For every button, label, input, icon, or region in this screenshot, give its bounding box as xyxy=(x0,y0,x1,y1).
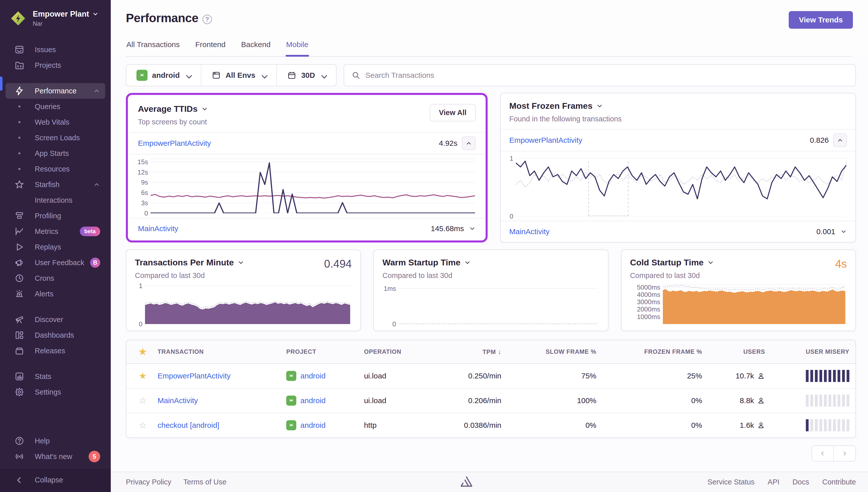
tab-mobile[interactable]: Mobile xyxy=(286,40,309,57)
collapse-row-button[interactable] xyxy=(833,133,847,147)
column-header-users[interactable]: USERS xyxy=(708,340,771,364)
warm-startup-title-dropdown[interactable]: Warm Startup Time xyxy=(382,257,471,267)
column-header-star: ★ xyxy=(126,340,152,364)
average-ttids-chart: 15s12s9s6s3s0 xyxy=(134,158,477,213)
column-header-transaction[interactable]: TRANSACTION xyxy=(152,340,280,364)
sidebar-item-what-s-new[interactable]: What's new5 xyxy=(5,449,105,464)
sidebar-item-resources[interactable]: •Resources xyxy=(5,161,105,177)
sidebar-item-queries[interactable]: •Queries xyxy=(5,99,105,114)
transaction-link[interactable]: MainActivity xyxy=(509,227,550,236)
sidebar-item-projects[interactable]: Projects xyxy=(5,57,105,73)
android-icon xyxy=(286,396,296,405)
view-all-button[interactable]: View All xyxy=(430,104,476,121)
sidebar-item-replays[interactable]: Replays xyxy=(5,239,105,255)
tpm-title-dropdown[interactable]: Transactions Per Minute xyxy=(135,257,245,267)
environment-filter[interactable]: All Envs xyxy=(201,65,277,86)
cold-startup-title-dropdown[interactable]: Cold Startup Time xyxy=(630,257,714,267)
footer-link-contribute[interactable]: Contribute xyxy=(822,478,856,486)
sidebar-item-profiling[interactable]: Profiling xyxy=(5,208,105,224)
tab-frontend[interactable]: Frontend xyxy=(195,40,226,56)
pagination-next-button[interactable] xyxy=(834,446,856,461)
y-axis-tick: 0 xyxy=(392,320,396,328)
sidebar-item-interactions[interactable]: Interactions xyxy=(5,192,105,208)
star-toggle[interactable]: ☆ xyxy=(139,395,147,405)
column-header-frozen[interactable]: FROZEN FRAME % xyxy=(603,340,708,364)
transaction-link[interactable]: EmpowerPlantActivity xyxy=(138,139,211,148)
sidebar-item-label: Web Vitals xyxy=(35,118,100,126)
cold-startup-chart: 5000ms4000ms3000ms2000ms1000ms xyxy=(630,284,847,324)
column-header-project[interactable]: PROJECT xyxy=(280,340,358,364)
tab-backend[interactable]: Backend xyxy=(241,40,271,56)
sidebar-item-screen-loads[interactable]: •Screen Loads xyxy=(5,130,105,146)
bullet-icon: • xyxy=(14,132,25,143)
users-cell: 1.6k xyxy=(708,413,771,437)
sidebar-item-crons[interactable]: Crons xyxy=(5,270,105,286)
sidebar-item-metrics[interactable]: Metricsbeta xyxy=(5,224,105,239)
sidebar-item-dashboards[interactable]: Dashboards xyxy=(5,327,105,343)
transaction-link[interactable]: MainActivity xyxy=(138,224,178,233)
y-axis-tick: 0 xyxy=(139,320,143,328)
widget-title: Transactions Per Minute xyxy=(135,257,234,267)
transaction-link[interactable]: checkout [android] xyxy=(158,421,219,429)
collapse-row-button[interactable] xyxy=(462,137,476,150)
date-range-filter[interactable]: 30D xyxy=(277,65,336,86)
sidebar-item-issues[interactable]: Issues xyxy=(5,42,105,57)
sidebar-item-settings[interactable]: Settings xyxy=(5,384,105,400)
sidebar-item-label: Alerts xyxy=(35,290,100,298)
help-icon[interactable]: ? xyxy=(202,15,212,24)
most-frozen-frames-title-dropdown[interactable]: Most Frozen Frames xyxy=(509,101,847,111)
average-ttids-title-dropdown[interactable]: Average TTIDs xyxy=(138,104,430,114)
transaction-link[interactable]: EmpowerPlantActivity xyxy=(158,372,231,380)
bullet-icon: • xyxy=(14,148,25,158)
sidebar-item-stats[interactable]: Stats xyxy=(5,369,105,384)
filter-bar: android All Envs 30D xyxy=(126,64,856,87)
calendar-icon xyxy=(287,71,297,80)
project-link[interactable]: android xyxy=(300,421,326,429)
y-axis-tick: 1ms xyxy=(384,285,396,292)
operation-cell: http xyxy=(358,413,433,437)
page-title: Performance xyxy=(126,11,198,25)
user-icon xyxy=(757,372,765,380)
sidebar-item-releases[interactable]: Releases xyxy=(5,343,105,359)
footer-link-terms-of-use[interactable]: Terms of Use xyxy=(183,478,227,486)
android-icon xyxy=(136,70,148,81)
transaction-link[interactable]: EmpowerPlantActivity xyxy=(509,136,582,145)
footer-link-docs[interactable]: Docs xyxy=(792,478,809,486)
users-cell: 10.7k xyxy=(708,364,771,388)
star-toggle[interactable]: ☆ xyxy=(139,420,147,430)
tab-all-transactions[interactable]: All Transactions xyxy=(126,40,180,56)
sidebar-item-alerts[interactable]: Alerts xyxy=(5,286,105,302)
frozen-cell: 0% xyxy=(603,388,708,413)
column-header-operation[interactable]: OPERATION xyxy=(358,340,433,364)
badge-metrics: beta xyxy=(80,227,100,236)
project-link[interactable]: android xyxy=(300,372,326,380)
sidebar-item-collapse[interactable]: Collapse xyxy=(5,472,105,488)
project-link[interactable]: android xyxy=(300,396,326,405)
sidebar-item-user-feedback[interactable]: User FeedbackB xyxy=(5,255,105,270)
sidebar-item-label: Stats xyxy=(35,372,100,381)
sidebar-item-app-starts[interactable]: •App Starts xyxy=(5,146,105,161)
sidebar-item-web-vitals[interactable]: •Web Vitals xyxy=(5,114,105,130)
content: android All Envs 30D xyxy=(111,57,868,472)
pagination-prev-button[interactable] xyxy=(812,446,834,461)
project-filter[interactable]: android xyxy=(126,65,201,86)
star-toggle[interactable]: ★ xyxy=(139,371,147,381)
sidebar-item-starfish[interactable]: Starfish xyxy=(5,177,105,192)
footer-link-privacy-policy[interactable]: Privacy Policy xyxy=(126,478,172,486)
sidebar-item-help[interactable]: Help xyxy=(5,433,105,449)
sidebar-item-performance[interactable]: Performance xyxy=(5,83,105,99)
most-frozen-frames-chart: 10 xyxy=(506,155,848,216)
sidebar-item-discover[interactable]: Discover xyxy=(5,312,105,327)
footer-link-service-status[interactable]: Service Status xyxy=(707,478,755,486)
search-input[interactable] xyxy=(365,71,848,79)
expand-row-button[interactable] xyxy=(469,225,476,232)
org-switcher[interactable]: Empower Plant Nar xyxy=(0,0,111,35)
view-trends-button[interactable]: View Trends xyxy=(789,11,853,29)
transaction-link[interactable]: MainActivity xyxy=(158,396,198,404)
crons-icon xyxy=(14,273,25,284)
column-header-misery[interactable]: USER MISERY xyxy=(771,340,856,364)
column-header-tpm[interactable]: TPM ↓ xyxy=(433,340,507,364)
column-header-slow[interactable]: SLOW FRAME % xyxy=(508,340,603,364)
footer-link-api[interactable]: API xyxy=(768,478,780,486)
expand-row-button[interactable] xyxy=(840,228,847,235)
